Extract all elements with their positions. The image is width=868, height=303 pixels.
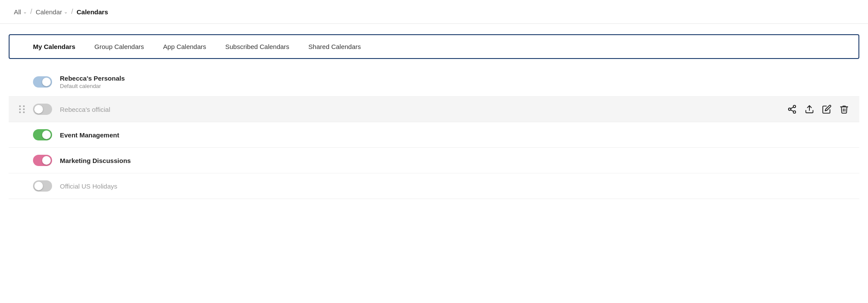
calendar-row-official-us-holidays: Official US Holidays [9, 173, 859, 199]
tab-app-calendars[interactable]: App Calendars [154, 35, 216, 59]
toggle-rebeccas-personals[interactable] [33, 76, 52, 88]
chevron-down-icon-2: ⌄ [64, 9, 68, 15]
breadcrumb-separator-2: / [71, 8, 73, 16]
tabs-container: My Calendars Group Calendars App Calenda… [9, 34, 859, 59]
tab-my-calendars[interactable]: My Calendars [23, 35, 85, 59]
breadcrumb-all[interactable]: All ⌄ [14, 8, 27, 16]
toggle-thumb [34, 182, 43, 190]
calendar-info-marketing-discussions: Marketing Discussions [60, 157, 849, 164]
toggle-rebeccas-official[interactable] [33, 104, 52, 115]
toggle-event-management[interactable] [33, 129, 52, 140]
calendar-name: Marketing Discussions [60, 157, 849, 164]
calendar-name: Official US Holidays [60, 182, 849, 190]
toggle-marketing-discussions[interactable] [33, 155, 52, 166]
svg-line-4 [791, 107, 793, 109]
delete-icon[interactable] [839, 104, 849, 114]
tab-group-calendars[interactable]: Group Calendars [85, 35, 154, 59]
toggle-thumb [42, 156, 51, 165]
edit-icon[interactable] [822, 104, 832, 114]
drag-handle[interactable] [19, 105, 25, 113]
row-actions [787, 104, 849, 114]
calendar-row-marketing-discussions: Marketing Discussions [9, 148, 859, 173]
toggle-thumb [42, 78, 51, 86]
tab-subscribed-calendars[interactable]: Subscribed Calendars [216, 35, 299, 59]
calendar-info-official-us-holidays: Official US Holidays [60, 182, 849, 190]
calendar-info-rebeccas-official: Rebecca's official [60, 106, 779, 113]
calendar-row-rebeccas-personals: Rebecca's Personals Default calendar [9, 68, 859, 97]
toggle-official-us-holidays[interactable] [33, 180, 52, 192]
share-icon[interactable] [787, 104, 797, 114]
calendar-row-event-management: Event Management [9, 122, 859, 148]
calendar-info-event-management: Event Management [60, 131, 849, 139]
chevron-down-icon: ⌄ [23, 9, 27, 15]
calendar-name: Rebecca's official [60, 106, 779, 113]
upload-icon[interactable] [805, 104, 814, 114]
toggle-thumb [34, 105, 43, 114]
breadcrumb-calendar[interactable]: Calendar ⌄ [36, 8, 68, 16]
breadcrumb-current: Calendars [76, 8, 108, 16]
toggle-thumb [42, 130, 51, 139]
breadcrumb: All ⌄ / Calendar ⌄ / Calendars [0, 0, 868, 24]
breadcrumb-separator-1: / [30, 8, 32, 16]
calendar-info-rebeccas-personals: Rebecca's Personals Default calendar [60, 75, 849, 89]
tab-shared-calendars[interactable]: Shared Calendars [299, 35, 371, 59]
calendar-row-rebeccas-official: Rebecca's official [9, 97, 859, 122]
calendar-name: Rebecca's Personals [60, 75, 849, 82]
calendar-list: Rebecca's Personals Default calendar Reb… [9, 68, 859, 199]
calendar-subtitle: Default calendar [60, 83, 849, 89]
svg-line-3 [791, 110, 793, 111]
calendar-name: Event Management [60, 131, 849, 139]
